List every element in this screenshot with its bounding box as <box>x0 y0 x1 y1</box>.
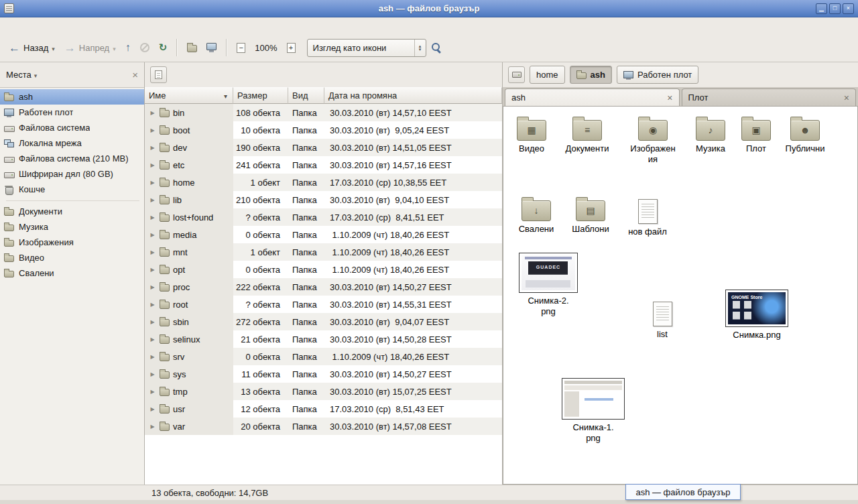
view-mode-select[interactable]: Изглед като икони <box>307 39 426 57</box>
column-header-date[interactable]: Дата на промяна <box>324 87 502 104</box>
table-row[interactable]: selinux 21 обекта Папка 30.03.2010 (вт) … <box>145 330 502 348</box>
table-row[interactable]: var 20 обекта Папка 30.03.2010 (вт) 14,5… <box>145 418 502 435</box>
table-row[interactable]: tmp 13 обекта Папка 30.03.2010 (вт) 15,0… <box>145 383 502 400</box>
table-row[interactable]: lost+found ? обекта Папка 17.03.2010 (ср… <box>145 208 502 226</box>
sidebar-item[interactable]: Кошче <box>0 182 144 197</box>
icon-view-item[interactable]: ↓ Свалени <box>508 196 564 235</box>
icon-view[interactable]: ▦ Видео ≡ Документи ◉ Изображен ия ♪ Муз… <box>503 107 858 485</box>
expander-icon[interactable] <box>149 336 156 342</box>
icon-view-item[interactable]: ▣ Плот <box>728 115 784 154</box>
stop-button[interactable] <box>135 40 154 55</box>
titlebar[interactable]: ash — файлов браузър ▁ □ × <box>0 0 858 17</box>
minimize-button[interactable]: ▁ <box>816 3 827 14</box>
sidebar-dropdown-icon[interactable] <box>34 70 38 80</box>
home-button[interactable] <box>182 40 202 55</box>
back-dropdown-icon[interactable] <box>52 43 55 53</box>
column-header-name[interactable]: Име <box>145 87 233 104</box>
expander-icon[interactable] <box>149 354 156 360</box>
sidebar-item[interactable]: Свалени <box>0 265 144 281</box>
close-button[interactable]: × <box>843 3 854 14</box>
icon-view-item[interactable]: ▦ Видео <box>503 115 560 154</box>
sidebar-item[interactable] <box>0 197 144 204</box>
expander-icon[interactable] <box>149 127 156 133</box>
sidebar-item[interactable]: Файлова система (210 MB) <box>0 151 144 166</box>
menu-item[interactable] <box>39 23 51 27</box>
back-button[interactable]: Назад <box>4 40 60 56</box>
table-row[interactable]: opt 0 обекта Папка 1.10.2009 (чт) 18,40,… <box>145 261 502 278</box>
sidebar-item[interactable]: Шифриран дял (80 GB) <box>0 166 144 182</box>
zoom-in-button[interactable] <box>282 40 300 56</box>
tab-close-button[interactable] <box>844 93 849 103</box>
expander-icon[interactable] <box>149 110 156 116</box>
column-header-size[interactable]: Размер <box>233 87 288 104</box>
breadcrumb-button[interactable]: ash <box>570 66 612 84</box>
expander-icon[interactable] <box>149 406 156 412</box>
expander-icon[interactable] <box>149 389 156 395</box>
expander-icon[interactable] <box>149 284 156 290</box>
expander-icon[interactable] <box>149 302 156 308</box>
table-row[interactable]: srv 0 обекта Папка 1.10.2009 (чт) 18,40,… <box>145 348 502 365</box>
sidebar-item[interactable]: Видео <box>0 250 144 265</box>
icon-view-item[interactable]: list <box>634 300 690 340</box>
expander-icon[interactable] <box>149 424 156 430</box>
sidebar-item[interactable]: Локална мрежа <box>0 135 144 151</box>
icon-view-item[interactable]: GUADEC Снимка-2. png <box>508 253 589 316</box>
icon-view-item[interactable]: ≡ Документи <box>559 115 615 154</box>
expander-icon[interactable] <box>149 371 156 377</box>
expander-icon[interactable] <box>149 197 156 203</box>
icon-view-item[interactable]: ◉ Изображен ия <box>625 115 681 164</box>
menu-item[interactable] <box>63 23 75 27</box>
tab[interactable]: ash <box>505 88 680 106</box>
table-row[interactable]: home 1 обект Папка 17.03.2010 (ср) 10,38… <box>145 174 502 191</box>
tab[interactable]: Плот <box>682 88 857 106</box>
table-row[interactable]: media 0 обекта Папка 1.10.2009 (чт) 18,4… <box>145 226 502 243</box>
table-row[interactable]: dev 190 обекта Папка 30.03.2010 (вт) 14,… <box>145 139 502 156</box>
table-row[interactable]: root ? обекта Папка 30.03.2010 (вт) 14,5… <box>145 296 502 313</box>
reload-button[interactable] <box>154 40 172 56</box>
forward-button[interactable]: Напред <box>60 40 121 56</box>
zoom-out-button[interactable] <box>232 40 250 56</box>
expander-icon[interactable] <box>149 267 156 273</box>
expander-icon[interactable] <box>149 214 156 220</box>
expander-icon[interactable] <box>149 249 156 255</box>
sidebar-item[interactable]: Музика <box>0 219 144 235</box>
icon-view-item[interactable]: ☻ Публични <box>777 115 833 154</box>
pathbar-root-button[interactable] <box>508 66 525 83</box>
sidebar-item[interactable]: Изображения <box>0 235 144 250</box>
tab-close-button[interactable] <box>667 93 672 103</box>
menu-item[interactable] <box>3 23 15 27</box>
sidebar-item[interactable]: Документи <box>0 204 144 219</box>
sidebar-item[interactable]: ash <box>0 89 144 105</box>
icon-view-item[interactable]: ▤ Шаблони <box>562 196 619 235</box>
expander-icon[interactable] <box>149 180 156 186</box>
sidebar-title[interactable]: Места <box>6 70 32 80</box>
table-row[interactable]: mnt 1 обект Папка 1.10.2009 (чт) 18,40,2… <box>145 243 502 261</box>
breadcrumb-button[interactable]: home <box>530 66 565 84</box>
table-row[interactable]: sbin 272 обекта Папка 30.03.2010 (вт) 9,… <box>145 313 502 330</box>
sidebar-item[interactable]: Работен плот <box>0 105 144 120</box>
column-header-type[interactable]: Вид <box>288 87 324 104</box>
table-row[interactable]: boot 10 обекта Папка 30.03.2010 (вт) 9,0… <box>145 121 502 139</box>
computer-button[interactable] <box>202 40 221 56</box>
menu-item[interactable] <box>15 23 27 27</box>
icon-view-item[interactable]: нов файл <box>619 197 676 237</box>
expander-icon[interactable] <box>149 232 156 238</box>
expander-icon[interactable] <box>149 319 156 325</box>
maximize-button[interactable]: □ <box>829 3 841 14</box>
table-row[interactable]: sys 11 обекта Папка 30.03.2010 (вт) 14,5… <box>145 365 502 383</box>
icon-view-item[interactable]: Снимка-1. png <box>553 378 633 443</box>
table-row[interactable]: lib 210 обекта Папка 30.03.2010 (вт) 9,0… <box>145 191 502 208</box>
search-button[interactable] <box>426 40 447 56</box>
table-row[interactable]: bin 108 обекта Папка 30.03.2010 (вт) 14,… <box>145 104 502 121</box>
sidebar-item[interactable]: Файлова система <box>0 120 144 135</box>
menu-item[interactable] <box>51 23 63 27</box>
menu-item[interactable] <box>27 23 39 27</box>
breadcrumb-button[interactable]: Работен плот <box>617 66 698 84</box>
up-button[interactable] <box>121 40 135 56</box>
table-row[interactable]: usr 12 обекта Папка 17.03.2010 (ср) 8,51… <box>145 400 502 418</box>
pane-toggle-button[interactable] <box>150 66 167 83</box>
table-row[interactable]: proc 222 обекта Папка 30.03.2010 (вт) 14… <box>145 278 502 296</box>
expander-icon[interactable] <box>149 145 156 151</box>
icon-view-item[interactable]: GNOME Store Снимка.png <box>717 290 797 340</box>
expander-icon[interactable] <box>149 162 156 168</box>
